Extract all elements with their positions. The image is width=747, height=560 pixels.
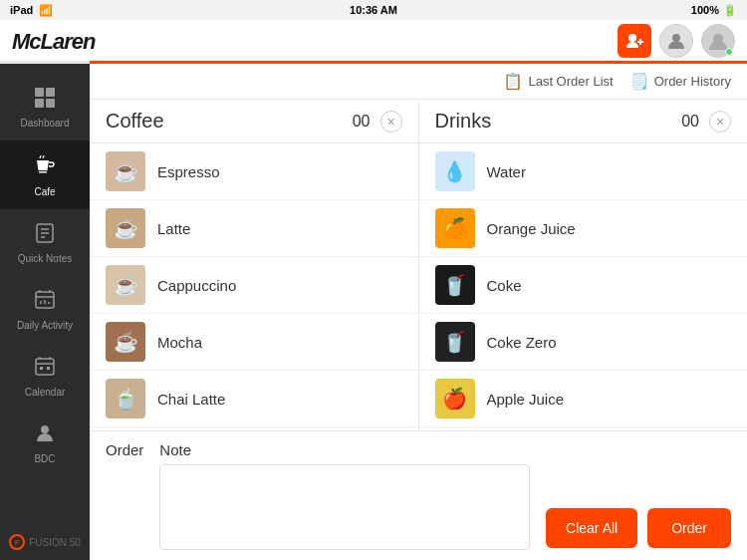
chai-latte-label: Chai Latte: [157, 391, 225, 408]
online-indicator: [725, 48, 733, 56]
order-section: Order Note Clear All Order: [90, 430, 747, 560]
latte-image: ☕: [106, 208, 145, 248]
drinks-clear-button[interactable]: ×: [709, 111, 731, 133]
list-item[interactable]: 🍎 Apple Juice: [419, 371, 748, 427]
latte-label: Latte: [157, 220, 190, 237]
list-item[interactable]: ☕ Espresso: [90, 143, 418, 200]
svg-text:McLaren: McLaren: [12, 29, 96, 54]
cappuccino-label: Cappuccino: [157, 277, 236, 294]
coffee-title: Coffee: [106, 110, 353, 133]
sidebar-item-label: BDC: [34, 453, 55, 464]
list-item[interactable]: 🥤 Coke: [419, 257, 748, 314]
list-item[interactable]: ☕ Latte: [90, 200, 418, 257]
dashboard-icon: [33, 86, 57, 114]
coke-label: Coke: [487, 277, 522, 294]
apple-juice-image: 🍎: [435, 379, 475, 419]
cappuccino-image: ☕: [106, 265, 145, 305]
order-button[interactable]: Order: [647, 508, 731, 548]
list-item[interactable]: 🍵 Chai Latte: [90, 371, 418, 427]
mocha-image: ☕: [106, 322, 145, 362]
last-order-list-label: Last Order List: [528, 74, 613, 89]
fusion-logo: F FUSION 50: [9, 534, 81, 550]
sidebar-item-daily-activity[interactable]: Daily Activity: [0, 276, 90, 343]
water-label: Water: [487, 163, 526, 180]
clear-all-button[interactable]: Clear All: [546, 508, 637, 548]
chai-latte-image: 🍵: [106, 379, 145, 419]
mclaren-logo: McLaren: [12, 27, 122, 55]
list-item[interactable]: ☕ Mocha: [90, 314, 418, 371]
svg-rect-27: [47, 367, 50, 370]
svg-rect-22: [36, 359, 54, 375]
order-actions: Clear All Order: [546, 441, 731, 550]
list-item[interactable]: 💧 Water: [419, 143, 748, 200]
svg-point-1: [628, 34, 636, 42]
svg-rect-26: [40, 367, 43, 370]
battery-icon: 🔋: [723, 4, 737, 17]
sidebar: Dashboard Cafe: [0, 64, 90, 560]
svg-point-4: [672, 34, 680, 42]
main-content: 📋 Last Order List 🗒️ Order History Coffe…: [90, 64, 747, 560]
profile-icon[interactable]: [659, 24, 693, 58]
calendar-icon: [33, 355, 57, 383]
svg-rect-6: [35, 88, 44, 97]
sidebar-item-label: Calendar: [25, 387, 66, 398]
list-item[interactable]: 🍊 Orange Juice: [419, 200, 748, 257]
coke-image: 🥤: [435, 265, 475, 305]
apple-juice-label: Apple Juice: [487, 391, 565, 408]
coffee-clear-button[interactable]: ×: [380, 111, 402, 133]
header: McLaren: [0, 20, 747, 64]
sidebar-bottom: F FUSION 50: [0, 524, 90, 560]
sidebar-item-quick-notes[interactable]: Quick Notes: [0, 209, 90, 276]
sidebar-item-label: Daily Activity: [17, 320, 73, 331]
fusion-label: FUSION 50: [29, 537, 81, 548]
svg-rect-8: [35, 99, 44, 108]
orange-juice-label: Orange Juice: [487, 220, 576, 237]
sidebar-item-label: Quick Notes: [18, 253, 72, 264]
history-icon: 🗒️: [629, 72, 649, 91]
order-history-button[interactable]: 🗒️ Order History: [629, 72, 731, 91]
app-body: Dashboard Cafe: [0, 64, 747, 560]
sidebar-item-cafe[interactable]: Cafe: [0, 140, 90, 209]
wifi-icon: 📶: [39, 4, 53, 17]
sidebar-item-bdc[interactable]: BDC: [0, 410, 90, 476]
note-textarea[interactable]: [159, 464, 530, 550]
list-item[interactable]: ☕ Cappuccino: [90, 257, 418, 314]
svg-rect-10: [39, 171, 47, 173]
coffee-column-header: Coffee 00 ×: [90, 100, 418, 143]
espresso-label: Espresso: [157, 163, 220, 180]
coke-zero-image: 🥤: [435, 322, 475, 362]
list-item[interactable]: 🥤 Coke Zero: [419, 314, 748, 371]
drinks-column-header: Drinks 00 ×: [419, 100, 748, 143]
time-display: 10:36 AM: [350, 4, 397, 16]
user-avatar[interactable]: [701, 24, 735, 58]
device-label: iPad: [10, 4, 33, 16]
coke-zero-label: Coke Zero: [487, 334, 557, 351]
espresso-image: ☕: [106, 151, 145, 191]
svg-rect-7: [46, 88, 55, 97]
quick-notes-icon: [33, 221, 57, 249]
water-image: 💧: [435, 151, 475, 191]
note-col: Note: [159, 441, 530, 550]
sidebar-item-label: Dashboard: [21, 118, 70, 129]
sidebar-item-label: Cafe: [34, 186, 55, 197]
status-bar: iPad 📶 10:36 AM 100% 🔋: [0, 0, 747, 20]
sidebar-item-dashboard[interactable]: Dashboard: [0, 74, 90, 140]
add-user-button[interactable]: [618, 24, 651, 58]
cafe-icon: [32, 152, 58, 182]
mocha-label: Mocha: [157, 334, 202, 351]
last-order-list-button[interactable]: 📋 Last Order List: [503, 72, 613, 91]
sidebar-item-calendar[interactable]: Calendar: [0, 343, 90, 410]
svg-rect-9: [46, 99, 55, 108]
fusion-circle-icon: F: [9, 534, 25, 550]
drinks-column: Drinks 00 × 💧 Water 🍊 Orange Juice 🥤 Cok…: [418, 100, 748, 430]
header-actions: [618, 24, 735, 58]
toolbar: 📋 Last Order List 🗒️ Order History: [90, 64, 747, 100]
order-history-label: Order History: [654, 74, 731, 89]
battery-label: 100%: [691, 4, 719, 16]
coffee-count: 00: [353, 113, 371, 131]
svg-point-28: [41, 425, 49, 433]
order-label: Order: [106, 441, 143, 458]
bdc-icon: [33, 421, 57, 449]
order-col: Order: [106, 441, 143, 550]
orange-juice-image: 🍊: [435, 208, 475, 248]
